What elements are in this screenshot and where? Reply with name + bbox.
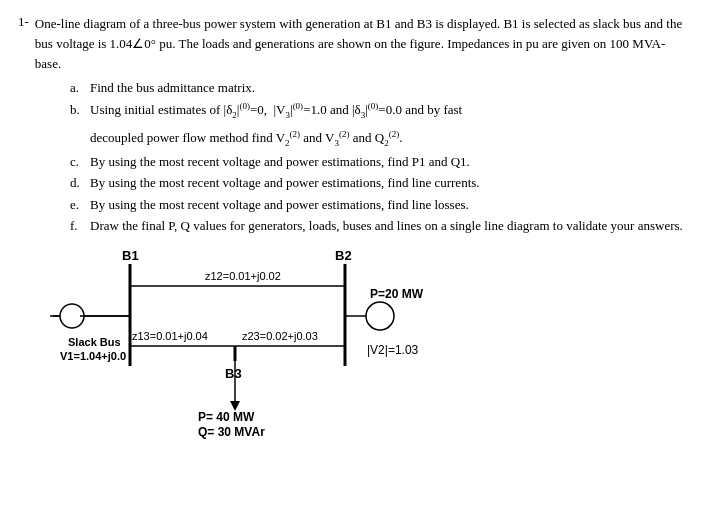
item-c-text: By using the most recent voltage and pow… (90, 152, 470, 172)
item-b-label: b. (70, 100, 84, 123)
svg-point-11 (366, 302, 394, 330)
item-b-text: Using initial estimates of |δ2|(0)=0, |V… (90, 100, 462, 123)
b2-label: B2 (335, 248, 352, 263)
list-item: a. Find the bus admittance matrix. (70, 78, 684, 98)
problem-container: 1- One-line diagram of a three-bus power… (18, 14, 684, 476)
problem-header-text: One-line diagram of a three-bus power sy… (35, 14, 684, 74)
b3-gen-label: P= 40 MW (198, 410, 255, 424)
item-e-label: e. (70, 195, 84, 215)
b3-label: B3 (225, 366, 242, 381)
item-e-text: By using the most recent voltage and pow… (90, 195, 469, 215)
item-f-text: Draw the final P, Q values for generator… (90, 216, 683, 236)
item-d-label: d. (70, 173, 84, 193)
list-item: c. By using the most recent voltage and … (70, 152, 684, 172)
v2-label: |V2|=1.03 (367, 343, 419, 357)
item-d-text: By using the most recent voltage and pow… (90, 173, 480, 193)
item-a-text: Find the bus admittance matrix. (90, 78, 255, 98)
z12-label: z12=0.01+j0.02 (205, 270, 281, 282)
slack-label2: V1=1.04+j0.0 (60, 350, 126, 362)
sub-items-list: a. Find the bus admittance matrix. b. Us… (70, 78, 684, 235)
b1-label: B1 (122, 248, 139, 263)
list-item: e. By using the most recent voltage and … (70, 195, 684, 215)
circuit-svg: B1 B2 z12=0.01+j0.02 z13=0.01+j0.04 z23=… (50, 246, 630, 476)
item-b-text-cont: decoupled power flow method find V2(2) a… (90, 128, 684, 151)
z23-label: z23=0.02+j0.03 (242, 330, 318, 342)
z13-label: z13=0.01+j0.04 (132, 330, 208, 342)
item-a-label: a. (70, 78, 84, 98)
slack-label1: Slack Bus (68, 336, 121, 348)
list-item: f. Draw the final P, Q values for genera… (70, 216, 684, 236)
list-item: d. By using the most recent voltage and … (70, 173, 684, 193)
item-c-label: c. (70, 152, 84, 172)
list-item: b. Using initial estimates of |δ2|(0)=0,… (70, 100, 684, 152)
problem-number: 1- (18, 14, 29, 74)
circuit-diagram: B1 B2 z12=0.01+j0.02 z13=0.01+j0.04 z23=… (50, 246, 630, 476)
b3-load-label: Q= 30 MVAr (198, 425, 265, 439)
item-f-label: f. (70, 216, 84, 236)
b2-load-label: P=20 MW (370, 287, 424, 301)
